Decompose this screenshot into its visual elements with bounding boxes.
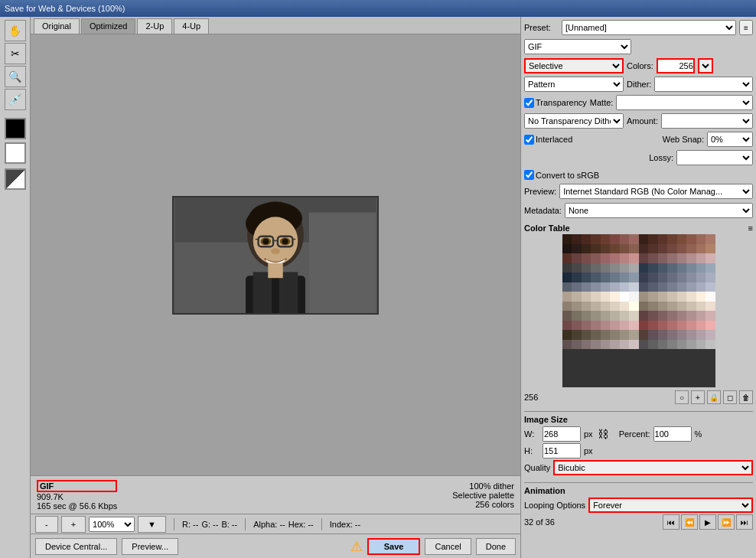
- color-cell[interactable]: [562, 272, 572, 282]
- color-cell[interactable]: [620, 321, 630, 331]
- color-cell[interactable]: [658, 263, 668, 273]
- color-cell[interactable]: [677, 330, 687, 340]
- color-cell[interactable]: [591, 272, 601, 282]
- color-cell[interactable]: [648, 244, 658, 254]
- color-cell[interactable]: [667, 253, 677, 263]
- preview-btn[interactable]: Preview...: [122, 538, 178, 555]
- map-to-transparent-btn[interactable]: ○: [675, 390, 689, 404]
- lossy-select[interactable]: [676, 150, 753, 165]
- color-cell[interactable]: [562, 321, 572, 331]
- color-cell[interactable]: [705, 282, 715, 292]
- color-cell[interactable]: [629, 272, 639, 282]
- color-cell[interactable]: [601, 340, 611, 350]
- websnap-select[interactable]: 0% 10% 25%: [707, 132, 753, 147]
- color-cell[interactable]: [591, 263, 601, 273]
- color-cell[interactable]: [562, 340, 572, 350]
- color-cell[interactable]: [610, 282, 620, 292]
- color-cell[interactable]: [562, 253, 572, 263]
- color-cell[interactable]: [629, 330, 639, 340]
- color-cell[interactable]: [601, 272, 611, 282]
- percent-input[interactable]: [653, 426, 692, 442]
- color-cell[interactable]: [591, 282, 601, 292]
- color-cell[interactable]: [639, 272, 649, 282]
- color-cell[interactable]: [696, 234, 706, 244]
- color-cell[interactable]: [582, 292, 591, 302]
- color-cell[interactable]: [601, 263, 611, 273]
- device-central-btn[interactable]: Device Central...: [35, 538, 117, 555]
- color-cell[interactable]: [696, 340, 706, 350]
- color-cell[interactable]: [610, 340, 620, 350]
- color-cell[interactable]: [610, 321, 620, 331]
- color-cell[interactable]: [620, 244, 630, 254]
- color-cell[interactable]: [582, 340, 591, 350]
- color-cell[interactable]: [572, 330, 582, 340]
- metadata-select[interactable]: None Copyright All: [565, 203, 753, 218]
- color-cell[interactable]: [582, 330, 591, 340]
- color-cell[interactable]: [658, 292, 668, 302]
- preview-select[interactable]: Internet Standard RGB (No Color Manag...: [559, 184, 753, 199]
- color-cell[interactable]: [610, 263, 620, 273]
- color-cell[interactable]: [686, 302, 696, 312]
- color-cell[interactable]: [686, 282, 696, 292]
- transparency-checkbox-label[interactable]: Transparency: [524, 98, 587, 108]
- next-frame-btn[interactable]: ⏩: [718, 514, 735, 530]
- zoom-out-btn[interactable]: -: [35, 516, 58, 533]
- tab-optimized[interactable]: Optimized: [81, 18, 136, 34]
- color-cell[interactable]: [572, 292, 582, 302]
- color-cell[interactable]: [591, 311, 601, 321]
- add-eyedropper-btn[interactable]: +: [691, 390, 705, 404]
- color-cell[interactable]: [639, 244, 649, 254]
- zoom-tool[interactable]: 🔍: [5, 66, 26, 87]
- color-cell[interactable]: [667, 302, 677, 312]
- color-cell[interactable]: [610, 253, 620, 263]
- color-cell[interactable]: [667, 282, 677, 292]
- color-cell[interactable]: [705, 321, 715, 331]
- color-cell[interactable]: [648, 340, 658, 350]
- zoom-drop-btn[interactable]: ▼: [138, 516, 166, 533]
- color-cell[interactable]: [686, 263, 696, 273]
- color-cell[interactable]: [601, 253, 611, 263]
- color-cell[interactable]: [648, 330, 658, 340]
- color-cell[interactable]: [639, 311, 649, 321]
- preset-menu-btn[interactable]: ≡: [739, 20, 753, 35]
- color-cell[interactable]: [677, 302, 687, 312]
- color-cell[interactable]: [696, 321, 706, 331]
- width-input[interactable]: [543, 426, 581, 442]
- color-cell[interactable]: [629, 282, 639, 292]
- color-cell[interactable]: [629, 340, 639, 350]
- loop-select[interactable]: Forever Once Other...: [588, 498, 753, 513]
- color-cell[interactable]: [620, 234, 630, 244]
- color-cell[interactable]: [629, 292, 639, 302]
- eyedropper-tool[interactable]: 💉: [5, 89, 26, 110]
- color-cell[interactable]: [562, 311, 572, 321]
- color-cell[interactable]: [658, 311, 668, 321]
- format-select[interactable]: GIF JPEG PNG-8 PNG-24: [524, 39, 631, 54]
- color-cell[interactable]: [601, 292, 611, 302]
- color-cell[interactable]: [677, 253, 687, 263]
- color-cell[interactable]: [667, 340, 677, 350]
- quality-select[interactable]: Bicubic Bilinear Nearest Neighbor: [553, 460, 753, 475]
- color-cell[interactable]: [620, 340, 630, 350]
- color-cell[interactable]: [648, 263, 658, 273]
- color-cell[interactable]: [620, 282, 630, 292]
- color-cell[interactable]: [620, 311, 630, 321]
- tab-original[interactable]: Original: [34, 18, 80, 34]
- color-cell[interactable]: [648, 311, 658, 321]
- color-cell[interactable]: [601, 282, 611, 292]
- color-cell[interactable]: [582, 263, 591, 273]
- color-cell[interactable]: [639, 292, 649, 302]
- pattern-select[interactable]: Pattern Diffusion Noise No Dither: [524, 77, 624, 92]
- color-cell[interactable]: [572, 253, 582, 263]
- color-cell[interactable]: [591, 234, 601, 244]
- convert-checkbox-label[interactable]: Convert to sRGB: [524, 170, 599, 180]
- color-cell[interactable]: [591, 321, 601, 331]
- play-btn[interactable]: ▶: [699, 514, 716, 530]
- color-cell[interactable]: [620, 263, 630, 273]
- color-cell[interactable]: [629, 244, 639, 254]
- color-cell[interactable]: [686, 340, 696, 350]
- color-cell[interactable]: [601, 330, 611, 340]
- color-cell[interactable]: [648, 282, 658, 292]
- color-cell[interactable]: [582, 234, 591, 244]
- color-cell[interactable]: [667, 311, 677, 321]
- color-cell[interactable]: [610, 234, 620, 244]
